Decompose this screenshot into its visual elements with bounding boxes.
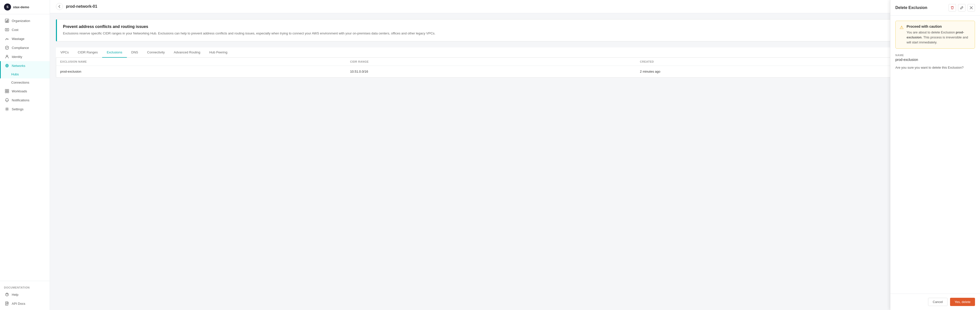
warning-content: Proceed with caution You are about to de…: [907, 24, 971, 45]
cell-created: 2 minutes ago: [640, 70, 930, 73]
edit-icon-button[interactable]: [958, 4, 966, 11]
sidebar-item-identity[interactable]: Identity: [0, 52, 50, 61]
tab-advanced-routing[interactable]: Advanced Routing: [169, 48, 205, 58]
sidebar-item-hubs[interactable]: Hubs: [0, 70, 50, 78]
tab-vpcs[interactable]: VPCs: [56, 48, 73, 58]
sidebar: S stax-demo Organization Cost Wastage: [0, 0, 50, 310]
sidebar-label-networks: Networks: [12, 64, 25, 68]
sidebar-item-settings[interactable]: Settings: [0, 105, 50, 114]
sidebar-bottom: DOCUMENTATION Help API Docs: [0, 281, 50, 310]
tabs-bar: VPCs CIDR Ranges Exclusions DNS Connecti…: [56, 48, 974, 58]
sidebar-item-connections[interactable]: Connections: [0, 78, 50, 87]
logo-icon: S: [4, 3, 11, 11]
main-body: Prevent address conflicts and routing is…: [50, 13, 980, 310]
sidebar-label-hubs: Hubs: [11, 72, 19, 76]
settings-icon: [5, 107, 9, 111]
confirm-text: Are you sure you want to delete this Exc…: [895, 66, 975, 69]
notifications-icon: [5, 98, 9, 102]
svg-rect-8: [7, 89, 9, 91]
table-row[interactable]: prod-exclusion 10.51.0.0/16 2 minutes ag…: [56, 66, 974, 77]
info-banner-title: Prevent address conflicts and routing is…: [63, 24, 968, 29]
tab-dns[interactable]: DNS: [127, 48, 143, 58]
sidebar-item-workloads[interactable]: Workloads: [0, 87, 50, 95]
tab-connectivity[interactable]: Connectivity: [143, 48, 169, 58]
identity-icon: [5, 54, 9, 59]
panel-header: Delete Exclusion: [890, 0, 980, 16]
help-icon: [5, 292, 9, 297]
sidebar-item-help[interactable]: Help: [0, 290, 50, 299]
svg-rect-2: [7, 20, 8, 22]
svg-point-4: [6, 29, 8, 30]
main-content: prod-network-01 Prevent address conflict…: [50, 0, 980, 310]
yes-delete-button[interactable]: Yes, delete: [950, 298, 975, 306]
sidebar-label-identity: Identity: [12, 55, 22, 59]
sidebar-nav: Organization Cost Wastage Compliance Ide…: [0, 14, 50, 281]
api-docs-icon: [5, 301, 9, 306]
svg-rect-7: [5, 89, 7, 91]
page-title: prod-network-01: [66, 4, 97, 9]
sidebar-label-notifications: Notifications: [12, 99, 29, 102]
wastage-icon: [5, 37, 9, 41]
sidebar-label-workloads: Workloads: [12, 89, 27, 93]
warning-icon: ⚠: [900, 25, 904, 45]
sidebar-label-connections: Connections: [11, 81, 29, 84]
col-header-created: CREATED: [640, 60, 930, 63]
documentation-section-label: DOCUMENTATION: [0, 283, 50, 290]
delete-icon-button[interactable]: [948, 4, 956, 11]
networks-icon: [5, 64, 9, 68]
svg-rect-9: [5, 91, 7, 93]
sidebar-item-cost[interactable]: Cost: [0, 25, 50, 34]
svg-point-11: [6, 108, 8, 110]
tab-hub-peering[interactable]: Hub Peering: [205, 48, 232, 58]
sidebar-item-api-docs[interactable]: API Docs: [0, 299, 50, 308]
organization-icon: [5, 19, 9, 23]
sidebar-label-compliance: Compliance: [12, 46, 29, 50]
svg-rect-3: [5, 29, 9, 31]
delete-exclusion-panel: Delete Exclusion ⚠ Proceed with caution …: [890, 0, 980, 310]
sidebar-logo: S stax-demo: [0, 0, 50, 14]
panel-header-actions: [948, 4, 975, 11]
warning-title: Proceed with caution: [907, 24, 971, 29]
svg-rect-0: [5, 19, 9, 22]
warning-text: You are about to delete Exclusion prod-e…: [907, 30, 971, 45]
sidebar-label-settings: Settings: [12, 107, 24, 111]
cancel-button[interactable]: Cancel: [928, 298, 948, 306]
panel-title: Delete Exclusion: [895, 5, 927, 10]
cell-exclusion-name: prod-exclusion: [60, 70, 350, 73]
sidebar-label-help: Help: [12, 293, 19, 297]
tab-exclusions[interactable]: Exclusions: [102, 48, 127, 58]
col-header-cidr-range: CIDR RANGE: [350, 60, 640, 63]
sidebar-label-wastage: Wastage: [12, 37, 24, 41]
panel-footer: Cancel Yes, delete: [890, 294, 980, 310]
info-banner-description: Exclusions reserve specific CIDR ranges …: [63, 31, 968, 36]
logo-text: stax-demo: [13, 5, 29, 9]
tab-cidr-ranges[interactable]: CIDR Ranges: [73, 48, 102, 58]
warning-box: ⚠ Proceed with caution You are about to …: [895, 21, 975, 49]
sidebar-label-cost: Cost: [12, 28, 19, 32]
svg-point-13: [7, 295, 7, 296]
workloads-icon: [5, 89, 9, 93]
compliance-icon: [5, 45, 9, 50]
svg-rect-10: [7, 91, 9, 93]
close-panel-button[interactable]: [967, 4, 975, 11]
sidebar-item-compliance[interactable]: Compliance: [0, 43, 50, 52]
name-field-label: NAME: [895, 54, 975, 57]
col-header-exclusion-name: EXCLUSION NAME: [60, 60, 350, 63]
sidebar-label-organization: Organization: [12, 19, 30, 23]
svg-point-5: [6, 55, 8, 57]
info-banner: Prevent address conflicts and routing is…: [56, 19, 974, 41]
cost-icon: [5, 27, 9, 32]
table-header: EXCLUSION NAME CIDR RANGE CREATED STATUS: [56, 58, 974, 66]
exclusions-table: EXCLUSION NAME CIDR RANGE CREATED STATUS…: [56, 58, 974, 78]
warning-exclusion-name: prod-exclusion: [907, 30, 964, 39]
main-header: prod-network-01: [50, 0, 980, 13]
svg-rect-1: [6, 21, 7, 22]
sidebar-item-notifications[interactable]: Notifications: [0, 95, 50, 105]
sidebar-item-networks[interactable]: Networks: [0, 61, 50, 70]
sidebar-item-organization[interactable]: Organization: [0, 16, 50, 25]
name-field-value: prod-exclusion: [895, 58, 975, 62]
back-button[interactable]: [56, 3, 63, 10]
sidebar-item-wastage[interactable]: Wastage: [0, 34, 50, 43]
cell-cidr-range: 10.51.0.0/16: [350, 70, 640, 73]
panel-body: ⚠ Proceed with caution You are about to …: [890, 16, 980, 294]
